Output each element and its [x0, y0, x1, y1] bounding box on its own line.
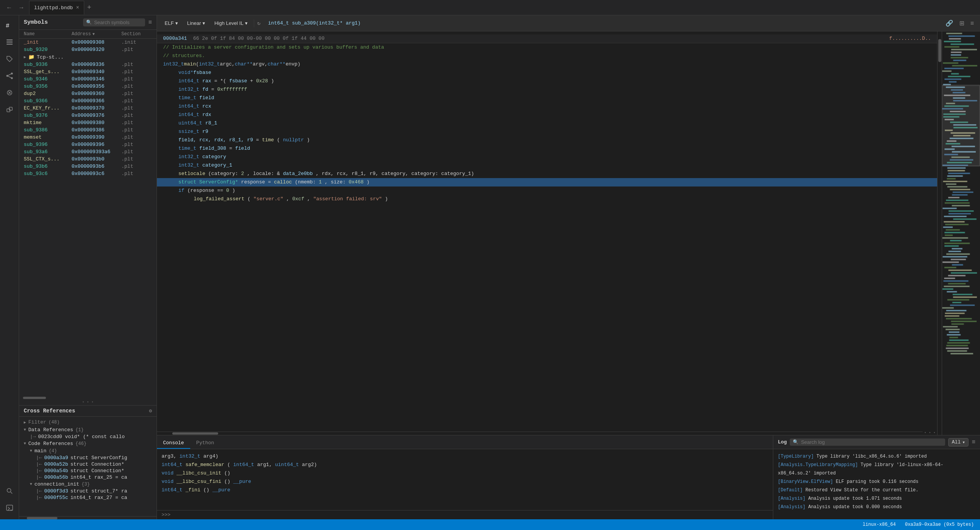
back-button[interactable]: ← — [3, 3, 15, 13]
symbol-row-eckey[interactable]: EC_KEY_fr... 0x000009370 .plt — [19, 105, 157, 112]
symbol-row-sub9320[interactable]: sub_9320 0x000009320 .plt — [19, 46, 157, 53]
sidebar-item-debug[interactable] — [3, 86, 16, 100]
cross-ref-settings-icon[interactable]: ⚙ — [149, 408, 152, 414]
symbol-row-ssl-get[interactable]: SSL_get_s... 0x000009340 .plt — [19, 68, 157, 75]
symbol-row-sub9386[interactable]: sub_9386 0x000009386 .plt — [19, 126, 157, 134]
conn-ref-item-1[interactable]: |← 0000f55c int64_t rax_27 = ca — [19, 494, 157, 501]
code-type2: char** — [235, 61, 253, 68]
comment-text: // Initializes a server configuration an… — [163, 44, 384, 51]
code-hscroll-thumb[interactable] — [172, 432, 218, 435]
tab-lighttpd[interactable]: lighttpd.bndb × — [29, 1, 84, 15]
symbol-name: sub_93a6 — [24, 149, 72, 155]
conn-ref-item-0[interactable]: |← 0000f3d3 struct struct_7* ra — [19, 488, 157, 494]
code-line-calloc[interactable]: struct ServerConfig* response = calloc (… — [157, 178, 937, 186]
log-menu-button[interactable]: ≡ — [972, 439, 975, 446]
symbol-row-sub9376[interactable]: sub_9376 0x000009376 .plt — [19, 112, 157, 119]
symbols-search-icon: 🔍 — [86, 20, 92, 25]
minimap[interactable] — [942, 31, 980, 435]
col-section-header[interactable]: Section — [121, 31, 152, 37]
console-input[interactable] — [173, 512, 768, 518]
symbol-address: 0x000009376 — [72, 113, 121, 118]
filter-row[interactable]: ▶ Filter (48) — [19, 418, 157, 426]
cross-ref-hscroll-thumb[interactable] — [27, 517, 57, 519]
console-content[interactable]: arg3, int32_t arg4) int64_t safe_memclea… — [157, 449, 773, 510]
new-tab-button[interactable]: + — [84, 3, 95, 11]
symbol-row-sub93a6[interactable]: sub_93a6 0x000009393a6 .plt — [19, 148, 157, 155]
symbol-row-sub9346[interactable]: sub_9346 0x000009346 .plt — [19, 75, 157, 83]
symbol-row-sub9366[interactable]: sub_9366 0x000009366 .plt — [19, 97, 157, 105]
symbol-row-dup2[interactable]: dup2 0x000009360 .plt — [19, 90, 157, 97]
symbols-menu-icon[interactable]: ≡ — [148, 19, 152, 26]
elf-arrow-icon: ▾ — [175, 20, 178, 26]
sidebar-item-crossref[interactable] — [3, 69, 16, 83]
main-xref-header[interactable]: ▼ main {4} — [19, 447, 157, 455]
code-ref-item-1[interactable]: |← 0000a52b struct Connection* — [19, 461, 157, 468]
tab-console[interactable]: Console — [157, 438, 190, 449]
sidebar-item-tag[interactable] — [3, 52, 16, 66]
code-ref-item-3[interactable]: |← 0000a56b int64_t rax_25 = ca — [19, 474, 157, 481]
elf-dropdown-button[interactable]: ELF ▾ — [162, 19, 181, 28]
code-vscroll-thumb[interactable] — [938, 39, 941, 62]
code-num: 0xffffffff — [217, 87, 247, 92]
hlil-label: High Level IL — [214, 20, 243, 26]
symbols-search-box[interactable]: 🔍 — [83, 18, 145, 26]
symbol-row-sub9396[interactable]: sub_9396 0x000009396 .plt — [19, 141, 157, 148]
sidebar-item-terminal[interactable] — [3, 501, 16, 515]
folder-name: Tcp-st... — [37, 54, 64, 60]
forward-button[interactable]: → — [15, 3, 28, 13]
symbol-row-ssl-ctx[interactable]: SSL_CTX_s... 0x0000093b0 .plt — [19, 155, 157, 163]
symbol-row-sub93c6[interactable]: sub_93c6 0x0000093c6 .plt — [19, 170, 157, 177]
data-refs-header[interactable]: ▼ Data References {1} — [19, 426, 157, 433]
code-punct: = *( — [214, 78, 226, 84]
col-name-header[interactable]: Name — [24, 31, 72, 37]
code-var2: fsbase — [229, 78, 247, 84]
log-content[interactable]: [TypeLibrary] Type library 'libc_x86_64.… — [773, 449, 980, 519]
code-line-r81: uint64_t r8_1 — [157, 119, 937, 128]
folder-row-tcp[interactable]: ▶ 📁 Tcp-st... — [19, 53, 157, 61]
code-refs-header[interactable]: ▼ Code References {46} — [19, 440, 157, 447]
link-icon-button[interactable]: 🔗 — [944, 18, 955, 28]
code-hscrollbar[interactable] — [157, 432, 923, 435]
refresh-icon[interactable]: ↻ — [257, 20, 260, 26]
console-line-3: void __libc_csu_fini () __pure — [162, 478, 768, 486]
symbol-row-sub9336[interactable]: sub_9336 0x000009336 .plt — [19, 61, 157, 68]
symbol-row-mktime[interactable]: mktime 0x000009380 .plt — [19, 119, 157, 126]
cross-ref-hscrollbar[interactable] — [19, 516, 157, 519]
data-ref-item-0[interactable]: |→ 0023cdd0 void* (* const callo — [19, 433, 157, 440]
code-vscrollbar[interactable] — [937, 31, 942, 435]
code-var: fd — [202, 87, 208, 92]
code-num: 1 — [319, 179, 322, 185]
col-address-header[interactable]: Address ▼ — [72, 31, 121, 37]
symbols-hscroll-thumb[interactable] — [23, 397, 46, 399]
columns-icon-button[interactable]: ⊞ — [958, 18, 966, 28]
linear-dropdown-button[interactable]: Linear ▾ — [184, 19, 208, 28]
code-ref-item-0[interactable]: |← 0000a3a9 struct ServerConfig — [19, 455, 157, 461]
sidebar-item-search[interactable] — [3, 484, 16, 498]
log-text: Analysis update took 1.071 seconds — [808, 496, 902, 501]
log-search-input[interactable] — [801, 439, 942, 445]
code-ref-item-2[interactable]: |← 0000a54b struct Connection* — [19, 468, 157, 474]
code-content[interactable]: 0000a341 66 2e 0f 1f 84 00 00-00 00 00 0… — [157, 31, 937, 431]
symbols-hscrollbar[interactable] — [19, 396, 157, 399]
symbol-section: .plt — [121, 142, 152, 147]
console-type3: uint64_t — [275, 462, 299, 468]
sidebar-item-plugin[interactable] — [3, 103, 16, 116]
sidebar-item-hash[interactable]: # — [3, 18, 16, 32]
symbol-address: 0x000009356 — [72, 83, 121, 89]
cross-ref-content[interactable]: ▶ Filter (48) ▼ Data References {1} |→ 0… — [19, 417, 157, 516]
log-filter-dropdown[interactable]: All ▾ — [948, 438, 969, 447]
hlil-dropdown-button[interactable]: High Level IL ▾ — [211, 19, 251, 28]
sidebar-item-layers[interactable] — [3, 35, 16, 49]
symbols-list[interactable]: _init 0x000009308 .init sub_9320 0x00000… — [19, 39, 157, 396]
tab-close-button[interactable]: × — [76, 5, 79, 11]
connection-init-xref-header[interactable]: ▼ connection_init {3} — [19, 481, 157, 488]
symbol-row-init[interactable]: _init 0x000009308 .init — [19, 39, 157, 46]
menu-icon-button[interactable]: ≡ — [969, 18, 975, 28]
symbols-search-input[interactable] — [94, 20, 142, 25]
symbol-section: .init — [121, 39, 152, 45]
symbol-row-sub93b6[interactable]: sub_93b6 0x0000093b6 .plt — [19, 163, 157, 170]
tab-python[interactable]: Python — [190, 438, 220, 449]
log-search-box[interactable]: 🔍 — [790, 438, 945, 446]
symbol-row-memset[interactable]: memset 0x000009390 .plt — [19, 134, 157, 141]
symbol-row-sub9356[interactable]: sub_9356 0x000009356 .plt — [19, 83, 157, 90]
